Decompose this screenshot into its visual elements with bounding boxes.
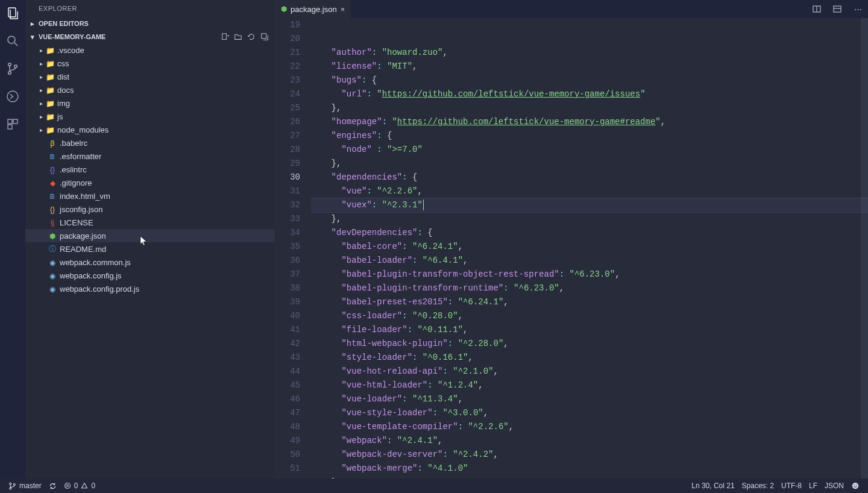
file-webpack-config-js[interactable]: ◉webpack.config.js <box>25 269 275 282</box>
indent-indicator[interactable]: Spaces: 2 <box>738 482 778 490</box>
tree-label: jsconfig.json <box>60 205 103 214</box>
explorer-icon[interactable] <box>4 5 21 22</box>
folder-docs[interactable]: ▸📁docs <box>25 83 275 96</box>
tree-label: package.json <box>60 231 106 240</box>
svg-rect-9 <box>222 34 227 40</box>
svg-point-13 <box>10 482 11 484</box>
chevron-down-icon: ▾ <box>29 33 36 41</box>
tab-label: package.json <box>291 5 337 14</box>
file--gitignore[interactable]: ◆.gitignore <box>25 176 275 189</box>
svg-rect-7 <box>13 119 17 124</box>
branch-name: master <box>19 482 42 490</box>
file-webpack-config-prod-js[interactable]: ◉webpack.config.prod.js <box>25 282 275 295</box>
svg-rect-0 <box>8 8 16 17</box>
tree-label: dist <box>57 72 69 81</box>
json-icon: {} <box>47 205 58 214</box>
webpack-icon: ◉ <box>47 271 58 280</box>
chevron-right-icon: ▸ <box>37 127 45 133</box>
npm-icon: ⬢ <box>281 5 287 13</box>
webpack-icon: ◉ <box>47 258 58 267</box>
git-branch-icon[interactable] <box>4 60 21 77</box>
svg-rect-10 <box>262 34 266 39</box>
tree-label: webpack.common.js <box>60 258 131 267</box>
folder-icon: 📁 <box>45 46 55 55</box>
tree-label: webpack.config.prod.js <box>60 284 139 294</box>
new-folder-icon[interactable] <box>231 30 245 43</box>
activity-bar <box>0 0 25 479</box>
tree-label: LICENSE <box>60 218 93 227</box>
folder-node-icon: 📁 <box>45 125 55 134</box>
chevron-right-icon: ▸ <box>37 100 45 107</box>
file--esformatter[interactable]: 🗎.esformatter <box>25 149 275 163</box>
svg-point-3 <box>8 72 11 75</box>
collapse-all-icon[interactable] <box>258 30 271 43</box>
editor-area: ⬢ package.json × ⋯ 192021222324252627282… <box>275 0 868 479</box>
svg-point-2 <box>8 63 11 66</box>
file-index-html-vm[interactable]: 🗎index.html_vm <box>25 189 275 203</box>
babel-icon: β <box>47 139 58 148</box>
sync-button[interactable] <box>45 482 60 490</box>
eol-indicator[interactable]: LF <box>805 482 821 490</box>
project-header[interactable]: ▾ VUE-MEMORY-GAME <box>25 30 275 43</box>
open-editors-header[interactable]: ▸ OPEN EDITORS <box>25 17 275 30</box>
chevron-right-icon: ▸ <box>37 113 45 120</box>
svg-point-17 <box>852 483 859 489</box>
chevron-right-icon: ▸ <box>29 20 36 28</box>
folder-node-modules[interactable]: ▸📁node_modules <box>25 123 275 136</box>
language-indicator[interactable]: JSON <box>821 482 848 490</box>
tree-label: .esformatter <box>60 152 101 161</box>
svg-rect-12 <box>834 6 841 12</box>
new-file-icon[interactable] <box>218 30 231 43</box>
folder-icon: 📁 <box>45 86 55 95</box>
feedback-icon[interactable] <box>848 482 863 490</box>
layout-icon[interactable] <box>827 0 848 18</box>
file-webpack-common-js[interactable]: ◉webpack.common.js <box>25 256 275 269</box>
refresh-icon[interactable] <box>245 30 258 43</box>
file-icon: 🗎 <box>47 192 58 201</box>
code-content[interactable]: "author": "howard.zuo", "license": "MIT"… <box>311 18 868 479</box>
file-package-json[interactable]: ⬢package.json <box>25 229 275 242</box>
tree-label: .babelrc <box>60 139 87 148</box>
file-readme-md[interactable]: ⓘREADME.md <box>25 242 275 256</box>
folder-img[interactable]: ▸📁img <box>25 96 275 110</box>
status-bar: master 0 0 Ln 30, Col 21 Spaces: 2 UTF-8… <box>0 479 868 493</box>
project-name: VUE-MEMORY-GAME <box>39 33 105 40</box>
file-jsconfig-json[interactable]: {}jsconfig.json <box>25 203 275 216</box>
close-icon[interactable]: × <box>341 5 345 14</box>
svg-rect-8 <box>8 125 12 129</box>
npm-icon: ⬢ <box>47 231 58 240</box>
svg-point-18 <box>854 485 855 486</box>
more-icon[interactable]: ⋯ <box>848 0 868 18</box>
folder--vscode[interactable]: ▸📁.vscode <box>25 43 275 57</box>
scrollbar[interactable] <box>861 18 868 479</box>
folder-icon: 📁 <box>45 72 55 81</box>
problems-indicator[interactable]: 0 0 <box>60 482 99 490</box>
debug-icon[interactable] <box>4 88 21 105</box>
file-license[interactable]: §LICENSE <box>25 216 275 229</box>
tree-label: css <box>57 59 69 68</box>
encoding-indicator[interactable]: UTF-8 <box>778 482 805 490</box>
eslint-icon: {} <box>47 165 58 174</box>
branch-indicator[interactable]: master <box>5 482 45 490</box>
file--eslintrc[interactable]: {}.eslintrc <box>25 163 275 176</box>
tree-label: .gitignore <box>60 178 92 187</box>
editor[interactable]: 1920212223242526272829303132333435363738… <box>275 18 868 479</box>
extensions-icon[interactable] <box>4 116 21 133</box>
folder-dist[interactable]: ▸📁dist <box>25 70 275 83</box>
file-tree[interactable]: ▸📁.vscode▸📁css▸📁dist▸📁docs▸📁img▸📁js▸📁nod… <box>25 43 275 479</box>
tab-bar: ⬢ package.json × ⋯ <box>275 0 868 18</box>
line-gutter: 1920212223242526272829303132333435363738… <box>275 18 311 479</box>
folder-css[interactable]: ▸📁css <box>25 57 275 70</box>
cursor-position[interactable]: Ln 30, Col 21 <box>688 482 738 490</box>
license-icon: § <box>47 218 58 227</box>
svg-point-1 <box>8 36 15 43</box>
chevron-right-icon: ▸ <box>37 74 45 80</box>
webpack-icon: ◉ <box>47 284 58 294</box>
tree-label: docs <box>57 86 74 95</box>
tab-package-json[interactable]: ⬢ package.json × <box>275 0 351 18</box>
file--babelrc[interactable]: β.babelrc <box>25 136 275 149</box>
folder-js[interactable]: ▸📁js <box>25 110 275 123</box>
search-icon[interactable] <box>4 33 21 49</box>
split-editor-icon[interactable] <box>807 0 827 18</box>
tree-label: index.html_vm <box>60 192 110 201</box>
